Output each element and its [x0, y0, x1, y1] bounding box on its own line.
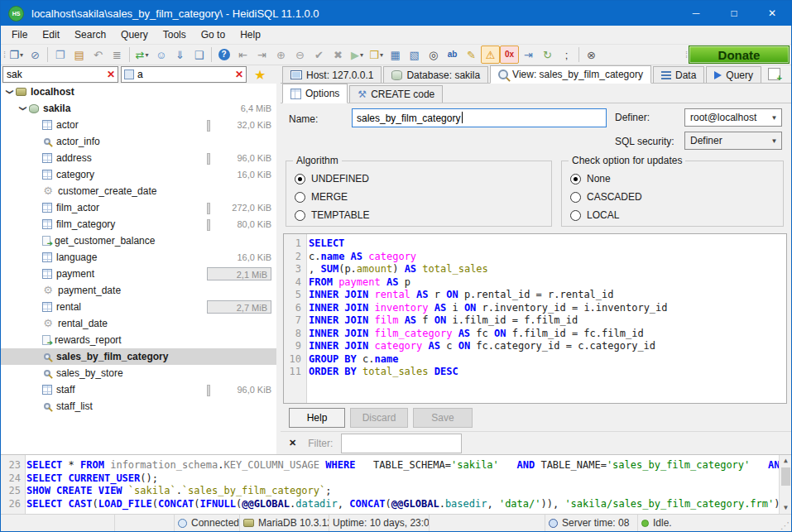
sql-select-editor[interactable]: 1SELECT2c.name AS category3, SUM(p.amoun…	[283, 233, 787, 404]
undo-icon[interactable]: ↶	[89, 46, 108, 64]
tree-item-get_customer_balance[interactable]: get_customer_balance	[1, 232, 276, 249]
maximize-button[interactable]: □	[715, 1, 753, 26]
user-manager-icon[interactable]: ☺	[151, 46, 170, 64]
tab-data[interactable]: Data	[653, 66, 704, 83]
menu-help[interactable]: Help	[233, 26, 268, 44]
sql-security-combobox[interactable]: Definer ▼	[684, 132, 782, 150]
print-icon[interactable]: ≣	[108, 46, 127, 64]
minimize-button[interactable]: ─	[677, 1, 715, 26]
dropdown-arrow-icon[interactable]: ▾	[380, 51, 383, 59]
tree-item-rewards_report[interactable]: rewards_report	[1, 332, 276, 348]
help-icon[interactable]: ?	[214, 46, 233, 64]
replace-icon[interactable]: ab	[443, 46, 462, 64]
tree-item-address[interactable]: address96,0 KiB	[1, 150, 276, 166]
filter-input[interactable]	[341, 434, 462, 453]
tree-item-actor_info[interactable]: actor_info	[1, 133, 276, 150]
indent-icon[interactable]: ⇥	[519, 46, 538, 64]
save-icon[interactable]: ▦	[386, 46, 405, 64]
warning-highlight-toggle-icon[interactable]: ⚠	[481, 46, 500, 64]
tree-item-rental[interactable]: rental2,7 MiB	[1, 299, 276, 315]
reconnect-icon[interactable]: ↻	[538, 46, 557, 64]
scroll-up-icon[interactable]: ▲	[780, 455, 791, 467]
backup-icon[interactable]: ❑	[190, 46, 209, 64]
view-name-input[interactable]	[352, 108, 607, 127]
tree-item-category[interactable]: category16,0 KiB	[1, 166, 276, 183]
close-button[interactable]: ✕	[753, 1, 791, 26]
tree-item-staff[interactable]: staff96,0 KiB	[1, 381, 276, 398]
table-filter-input[interactable]	[3, 68, 104, 81]
copy-icon[interactable]: ❐	[50, 46, 70, 64]
menu-query[interactable]: Query	[113, 26, 156, 44]
definer-combobox[interactable]: root@localhost ▼	[684, 108, 782, 127]
semicolon-icon[interactable]: ;	[557, 46, 576, 64]
save-as-icon[interactable]: ▧	[405, 46, 424, 64]
disconnect-icon[interactable]: ⊘	[26, 46, 45, 64]
subtab-options[interactable]: Options	[282, 84, 348, 103]
tab-database[interactable]: Database: sakila	[383, 66, 488, 83]
execute-sql-icon[interactable]: ▶▾	[348, 46, 367, 64]
stop-icon[interactable]: ⊗	[582, 46, 601, 64]
clear-filter-icon[interactable]: ✕	[233, 69, 246, 80]
dropdown-arrow-icon[interactable]: ▾	[146, 51, 149, 59]
tree-item-payment_date[interactable]: ⚙payment_date	[1, 282, 276, 299]
tree-item-sakila[interactable]: ❯sakila6,4 MiB	[1, 100, 276, 117]
reformat-sql-icon[interactable]: ✎	[462, 46, 481, 64]
apply-icon[interactable]: ✔	[310, 46, 329, 64]
tab-view[interactable]: View: sales_by_film_category	[490, 65, 651, 84]
tree-item-actor[interactable]: actor32,0 KiB	[1, 117, 276, 133]
scroll-thumb[interactable]	[781, 467, 790, 486]
tree-item-film_category[interactable]: film_category80,0 KiB	[1, 216, 276, 232]
tree-item-localhost[interactable]: ❯localhost	[1, 84, 276, 100]
log-scrollbar[interactable]: ▲ ▼	[779, 455, 791, 514]
refresh-icon[interactable]: ⇄▾	[132, 46, 151, 64]
tree-item-film_actor[interactable]: film_actor272,0 KiB	[1, 199, 276, 216]
open-file-icon[interactable]: ❒▾	[367, 46, 386, 64]
find-icon[interactable]: ◎	[424, 46, 443, 64]
column-filter-input[interactable]	[134, 68, 233, 81]
tree-item-sales_by_film_category[interactable]: sales_by_film_category	[1, 348, 276, 365]
menu-search[interactable]: Search	[67, 26, 113, 44]
dropdown-arrow-icon[interactable]: ▾	[360, 51, 363, 59]
dropdown-arrow-icon[interactable]: ▾	[20, 51, 23, 59]
donate-button[interactable]: Donate	[689, 46, 790, 64]
menu-file[interactable]: File	[4, 26, 35, 44]
export-database-icon[interactable]: ⇓	[170, 46, 190, 64]
go-last-icon[interactable]: ⇥	[252, 46, 271, 64]
add-record-icon[interactable]: ⊕	[271, 46, 290, 64]
tab-host[interactable]: Host: 127.0.0.1	[282, 66, 382, 83]
tree-item-payment[interactable]: payment2,1 MiB	[1, 266, 276, 282]
hex-toggle-icon[interactable]: 0x	[500, 46, 519, 64]
tree-item-staff_list[interactable]: staff_list	[1, 398, 276, 415]
radio-cascaded[interactable]: CASCADED	[570, 188, 778, 206]
session-manager-icon[interactable]: ❐▾	[7, 46, 26, 64]
close-filter-icon[interactable]: ✕	[289, 438, 296, 448]
subtab-create-code[interactable]: ⚒CREATE code	[349, 85, 443, 103]
radio-undefined[interactable]: UNDEFINED	[295, 170, 546, 188]
clear-filter-icon[interactable]: ✕	[104, 69, 118, 80]
go-first-icon[interactable]: ⇤	[233, 46, 252, 64]
remove-record-icon[interactable]: ⊖	[290, 46, 310, 64]
chevron-icon[interactable]: ❯	[6, 86, 14, 98]
tree-item-sales_by_store[interactable]: sales_by_store	[1, 365, 276, 381]
cancel-icon[interactable]: ✖	[329, 46, 348, 64]
help-button[interactable]: Help	[289, 408, 345, 428]
menu-edit[interactable]: Edit	[35, 26, 67, 44]
favorites-star-icon[interactable]: ★	[254, 67, 266, 83]
radio-none[interactable]: None	[570, 170, 778, 188]
tree-item-language[interactable]: language16,0 KiB	[1, 249, 276, 266]
scroll-down-icon[interactable]: ▼	[780, 502, 791, 514]
paste-icon[interactable]: ▤	[70, 46, 89, 64]
database-icon	[391, 70, 402, 80]
menu-go-to[interactable]: Go to	[194, 26, 233, 44]
menu-tools[interactable]: Tools	[156, 26, 194, 44]
radio-merge[interactable]: MERGE	[295, 188, 546, 206]
export-database-icon: ⇓	[175, 50, 185, 60]
radio-temptable[interactable]: TEMPTABLE	[295, 206, 546, 224]
tree-item-rental_date[interactable]: ⚙rental_date	[1, 315, 276, 332]
tab-query[interactable]: Query	[706, 66, 761, 83]
chevron-icon[interactable]: ❯	[19, 103, 27, 114]
help-icon: ?	[218, 49, 230, 60]
radio-local[interactable]: LOCAL	[570, 206, 778, 224]
new-query-tab-icon[interactable]	[768, 68, 780, 80]
tree-item-customer_create_date[interactable]: ⚙customer_create_date	[1, 183, 276, 199]
